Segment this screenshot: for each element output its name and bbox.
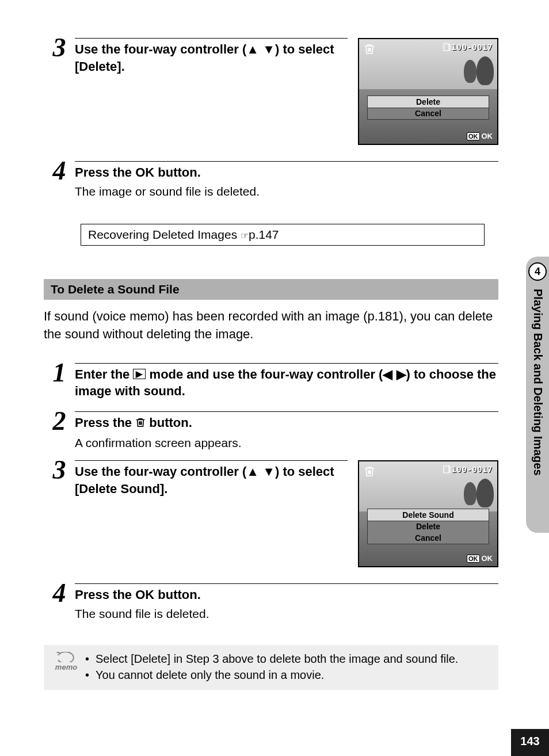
menu-option-delete-sound: Delete Sound: [367, 509, 489, 521]
right-triangle-icon: ▶: [396, 367, 406, 381]
ok-button-label: OK: [135, 165, 154, 180]
ok-indicator: OK OK: [467, 132, 493, 140]
bullet-icon: •: [85, 651, 96, 667]
chapter-number: 4: [528, 262, 547, 281]
file-number: 100-0017: [443, 43, 493, 53]
text: button.: [154, 165, 201, 180]
callout-page: p.147: [249, 228, 279, 241]
lcd-menu: Delete Sound Delete Cancel: [367, 509, 489, 544]
text: Use the four-way controller (: [75, 42, 246, 56]
chapter-title: Playing Back and Deleting Images: [531, 289, 544, 476]
text: Press the: [75, 587, 135, 602]
menu-option-delete: Delete: [367, 96, 489, 108]
file-number: 100-0017: [443, 465, 493, 475]
step-number: 3: [44, 35, 75, 61]
bullet-icon: •: [85, 667, 96, 683]
up-triangle-icon: ▲: [246, 464, 259, 479]
text: button.: [154, 587, 201, 602]
menu-option-cancel: Cancel: [368, 108, 489, 119]
step-description: The sound file is deleted.: [75, 606, 498, 622]
ok-box-icon: OK: [467, 555, 480, 563]
step-heading: Press the OK button.: [75, 161, 498, 184]
playback-mode-icon: ▶: [133, 369, 146, 380]
ok-label: OK: [482, 554, 493, 563]
svg-rect-0: [444, 44, 449, 51]
memo-item: Select [Delete] in Step 3 above to delet…: [96, 651, 458, 667]
lcd-preview-delete-sound: 100-0017 Delete Sound Delete Cancel OK O…: [358, 460, 498, 567]
ok-box-icon: OK: [467, 132, 480, 140]
up-triangle-icon: ▲: [246, 42, 259, 56]
text: button.: [146, 415, 192, 430]
sub-heading: To Delete a Sound File: [44, 279, 498, 300]
down-triangle-icon: ▼: [262, 464, 275, 479]
trash-icon: [364, 43, 375, 58]
page-number: 143: [511, 729, 549, 756]
trash-icon: [364, 465, 375, 480]
step-heading: Use the four-way controller (▲ ▼) to sel…: [75, 460, 348, 499]
ok-button-label: OK: [135, 587, 154, 602]
step-description: A confirmation screen appears.: [75, 435, 498, 451]
step-number: 4: [44, 580, 75, 606]
step-description: The image or sound file is deleted.: [75, 184, 498, 200]
callout-text: Recovering Deleted Images: [88, 228, 241, 241]
memo-block: memo •Select [Delete] in Step 3 above to…: [44, 645, 498, 690]
callout-reference: Recovering Deleted Images ☞p.147: [81, 224, 485, 246]
step-number: 3: [44, 457, 75, 483]
memo-item: You cannot delete only the sound in a mo…: [96, 667, 324, 683]
memo-label: memo: [55, 663, 77, 671]
pointer-icon: ☞: [241, 231, 249, 240]
step-heading: Press the OK button.: [75, 583, 498, 606]
lcd-menu: Delete Cancel: [367, 96, 489, 120]
step-number: 4: [44, 158, 75, 184]
down-triangle-icon: ▼: [262, 42, 275, 56]
side-tab: 4 Playing Back and Deleting Images: [526, 257, 549, 533]
step-heading: Press the button.: [75, 411, 498, 435]
text: Press the: [75, 165, 135, 180]
svg-rect-1: [444, 466, 449, 473]
left-triangle-icon: ◀: [383, 367, 392, 381]
trash-icon: [135, 415, 146, 433]
text: mode and use the four-way controller (: [146, 367, 383, 381]
step-number: 2: [44, 408, 75, 434]
menu-option-cancel: Cancel: [368, 532, 489, 544]
memo-icon: memo: [47, 652, 85, 671]
ok-label: OK: [482, 132, 493, 140]
text: Enter the: [75, 367, 133, 381]
lcd-preview-delete: 100-0017 Delete Cancel OK OK: [358, 38, 498, 145]
text: Press the: [75, 415, 135, 430]
step-heading: Use the four-way controller (▲ ▼) to sel…: [75, 38, 348, 77]
text: Use the four-way controller (: [75, 464, 246, 479]
intro-paragraph: If sound (voice memo) has been recorded …: [44, 308, 498, 343]
menu-option-delete: Delete: [368, 521, 489, 532]
step-number: 1: [44, 360, 75, 386]
step-heading: Enter the ▶ mode and use the four-way co…: [75, 363, 498, 402]
memo-list: •Select [Delete] in Step 3 above to dele…: [85, 651, 490, 683]
ok-indicator: OK OK: [467, 554, 493, 563]
